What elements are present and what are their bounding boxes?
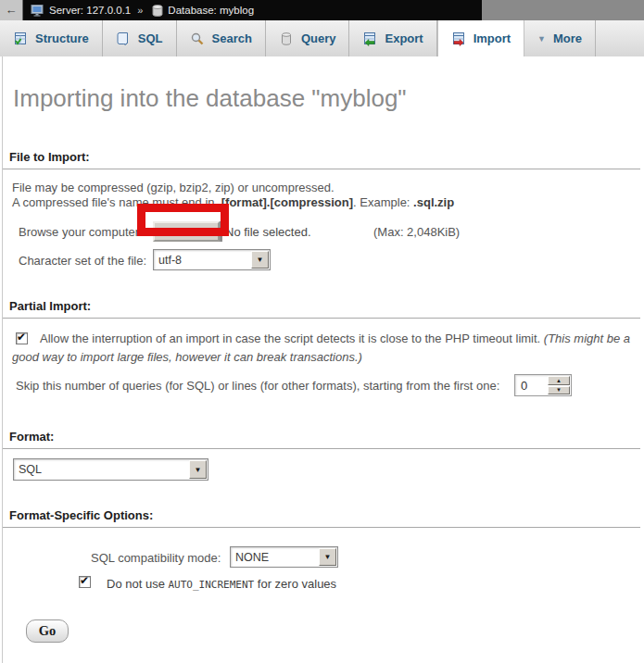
no-file-selected-text: No file selected. [225,225,311,239]
browse-row: Browse your computer: Browse… No file se… [3,220,644,244]
charset-row: Character set of the file: utf-8 ▼ [3,249,644,271]
skip-queries-label: Skip this number of queries (for SQL) or… [16,379,499,393]
max-size-text: (Max: 2,048KiB) [373,225,460,239]
charset-label: Character set of the file: [19,254,146,268]
tab-import[interactable]: Import [437,20,524,56]
breadcrumb-separator: » [137,5,143,16]
page-title: Importing into the database "myblog" [3,56,644,113]
go-button[interactable]: Go [26,619,69,643]
skip-queries-row: Skip this number of queries (for SQL) or… [3,373,644,397]
tab-label: SQL [138,31,163,45]
section-heading-file-to-import: File to Import: [3,151,640,169]
filename-note-prefix: A compressed file's name must end in [12,195,218,209]
file-import-notes: File may be compressed (gzip, bzip2, zip… [3,181,644,210]
sql-icon [116,31,131,46]
compression-note: File may be compressed (gzip, bzip2, zip… [12,181,335,194]
main-content: Importing into the database "myblog" Fil… [2,56,644,663]
filename-example: .sql.zip [413,195,454,209]
tab-label: More [553,31,582,45]
format-select[interactable]: SQL ▼ [13,458,208,481]
sql-compatibility-select[interactable]: NONE ▼ [230,546,338,568]
spinner: ▲ ▼ [547,375,571,395]
dropdown-arrow-icon: ▼ [189,460,207,479]
back-button[interactable]: ← [0,0,23,20]
auto-increment-row: ✔ Do not use AUTO_INCREMENT for zero val… [3,575,644,592]
filename-note-mid: . Example: [353,195,413,209]
allow-interruption-row: ✔Allow the interruption of an import in … [3,330,644,367]
browse-label: Browse your computer: [19,225,143,239]
dropdown-arrow-icon: ▼ [319,548,336,566]
format-row: SQL ▼ [3,458,644,482]
tab-export[interactable]: Export [349,20,436,56]
spinner-up-icon[interactable]: ▲ [548,376,570,385]
breadcrumb-bar: ← Server: 127.0.0.1 » Database: myblog [0,0,644,20]
import-icon [451,31,466,46]
server-icon [31,5,44,17]
breadcrumb-database[interactable]: Database: myblog [168,5,254,16]
browse-button[interactable]: Browse… [153,221,220,242]
tab-label: Search [212,31,252,45]
auto-increment-code: AUTO_INCREMENT [169,579,255,591]
chevron-down-icon: ▼ [537,34,546,44]
tab-query[interactable]: Query [266,20,350,56]
tab-sql[interactable]: SQL [103,20,177,56]
tab-label: Query [301,31,336,45]
tab-bar: Structure SQL Search Query Export Import… [0,20,644,56]
export-icon [362,31,377,46]
tab-label: Import [474,31,511,45]
tab-search[interactable]: Search [177,20,266,56]
search-icon [190,31,205,46]
charset-select[interactable]: utf-8 ▼ [153,249,271,270]
auto-increment-checkbox[interactable]: ✔ [79,576,91,588]
tab-label: Export [385,31,423,45]
tab-label: Structure [35,31,89,45]
section-heading-format-options: Format-Specific Options: [3,509,640,528]
allow-interruption-checkbox[interactable]: ✔ [16,332,28,344]
checkmark-icon: ✔ [17,331,26,344]
sql-compatibility-row: SQL compatibility mode: NONE ▼ [3,546,644,569]
checkmark-icon: ✔ [80,574,89,587]
auto-increment-text: Do not use AUTO_INCREMENT for zero value… [107,577,336,591]
skip-queries-value: 0 [515,375,547,395]
section-heading-partial-import: Partial Import: [3,300,640,319]
tab-structure[interactable]: Structure [0,20,103,56]
dropdown-arrow-icon: ▼ [251,251,269,269]
charset-value: utf-8 [154,250,250,269]
breadcrumb: ← Server: 127.0.0.1 » Database: myblog [0,0,482,20]
sql-compatibility-value: NONE [231,547,318,567]
format-value: SQL [14,459,188,480]
filename-format: .[format].[compression] [218,195,353,209]
skip-queries-input[interactable]: 0 ▲ ▼ [514,374,572,396]
go-row: Go [3,619,644,644]
allow-interruption-text: Allow the interruption of an import in c… [40,332,544,345]
spinner-down-icon[interactable]: ▼ [548,386,570,395]
section-heading-format: Format: [3,431,640,449]
structure-icon [13,31,28,46]
query-icon [279,31,294,46]
breadcrumb-server[interactable]: Server: 127.0.0.1 [49,5,131,16]
tab-more[interactable]: ▼ More [524,20,596,56]
database-icon [152,5,163,17]
sql-compatibility-label: SQL compatibility mode: [91,551,221,565]
